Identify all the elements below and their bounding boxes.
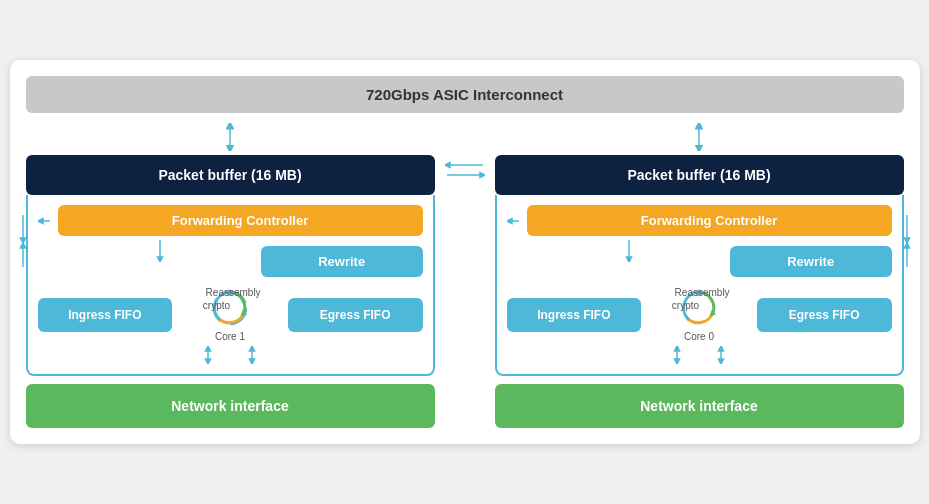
fc-arrow-right — [507, 214, 521, 228]
fifo-section-left: Reassembly crypto Ingress FIFO — [38, 287, 423, 342]
packet-buffer-left: Packet buffer (16 MB) — [26, 155, 435, 195]
left-side-arrows — [16, 211, 30, 271]
fc-down-arrow-left — [153, 238, 167, 262]
ingress-fifo-right: Ingress FIFO — [507, 298, 642, 332]
core-label-left: Core 1 — [215, 331, 245, 342]
right-side-arrows — [900, 211, 914, 271]
forwarding-controller-left: Forwarding Controller — [58, 205, 423, 236]
chip-left: Packet buffer (16 MB) — [26, 123, 435, 428]
fifo-down-arrows-right — [507, 346, 892, 364]
top-arrows-right — [495, 123, 904, 151]
rewrite-left: Rewrite — [261, 246, 423, 277]
asic-bar: 720Gbps ASIC Interconnect — [26, 76, 904, 113]
ingress-fifo-left: Ingress FIFO — [38, 298, 173, 332]
fc-arrow-left — [38, 214, 52, 228]
forwarding-controller-right: Forwarding Controller — [527, 205, 892, 236]
center-connector — [445, 123, 485, 185]
packet-buffer-right: Packet buffer (16 MB) — [495, 155, 904, 195]
core-label-right: Core 0 — [684, 331, 714, 342]
asic-label: 720Gbps ASIC Interconnect — [366, 86, 563, 103]
diagram-container: 720Gbps ASIC Interconnect — [10, 60, 920, 444]
fifo-down-svg-right — [659, 346, 739, 364]
fifo-down-arrows-left — [38, 346, 423, 364]
chip-right: Packet buffer (16 MB) — [495, 123, 904, 428]
packet-buffer-left-label: Packet buffer (16 MB) — [158, 167, 301, 183]
rewrite-right: Rewrite — [730, 246, 892, 277]
fc-row-left: Forwarding Controller — [38, 205, 423, 236]
fifo-section-right: Reassembly crypto Ingress FIFO — [507, 287, 892, 342]
reassembly-label-left: Reassembly crypto — [172, 273, 260, 325]
network-interface-right: Network interface — [495, 384, 904, 428]
asic-buffer-arrow-right — [684, 123, 714, 151]
side-arrow-svg-left — [16, 211, 30, 271]
network-interface-left: Network interface — [26, 384, 435, 428]
top-arrows-left — [26, 123, 435, 151]
asic-buffer-arrow-left — [215, 123, 245, 151]
inner-block-right: Forwarding Controller — [495, 195, 904, 376]
egress-fifo-left: Egress FIFO — [288, 298, 423, 332]
fc-down-svg-r — [622, 238, 636, 262]
fifo-down-svg-left — [190, 346, 270, 364]
buffer-connector-svg — [445, 155, 485, 185]
reassembly-label-right: Reassembly crypto — [641, 273, 729, 325]
fc-down-arrow-right — [622, 238, 636, 266]
egress-fifo-right: Egress FIFO — [757, 298, 892, 332]
inner-block-left: Forwarding Controller — [26, 195, 435, 376]
fc-down-svg — [153, 238, 167, 262]
fc-row-right: Forwarding Controller — [507, 205, 892, 236]
side-arrow-svg-right — [900, 211, 914, 271]
packet-buffer-right-label: Packet buffer (16 MB) — [627, 167, 770, 183]
